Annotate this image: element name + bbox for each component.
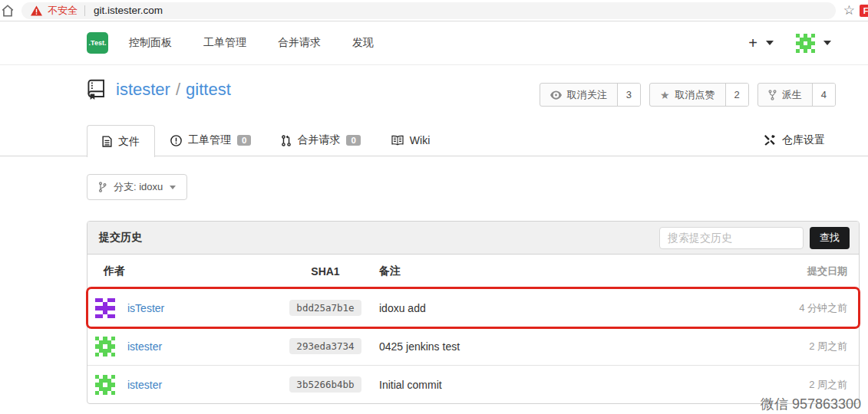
branch-caret-icon — [170, 186, 176, 189]
tab-issues-label: 工单管理 — [188, 133, 231, 147]
branch-selector[interactable]: 分支: idoxu — [87, 174, 187, 200]
forks-count[interactable]: 4 — [812, 84, 835, 106]
repo-actions: 取消关注 3 ★ 取消点赞 2 派生 4 — [540, 83, 836, 107]
commit-date: 2 周之前 — [721, 340, 859, 353]
wiki-book-icon — [391, 135, 404, 146]
tab-files[interactable]: 文件 — [87, 125, 155, 157]
nav-item-dashboard[interactable]: 控制面板 — [129, 36, 172, 50]
column-author: 作者 — [87, 264, 279, 278]
repo-separator: / — [176, 80, 180, 99]
repo-settings-label: 仓库设置 — [782, 133, 825, 147]
screen: 不安全 git.istester.com ☆ F .Test. 控制面板 工单管… — [0, 0, 868, 414]
unwatch-label: 取消关注 — [567, 88, 607, 102]
commit-message: 0425 jenkins test — [371, 340, 721, 353]
file-icon — [102, 136, 112, 147]
identicon-avatar-purple — [95, 298, 115, 318]
user-menu-caret-icon[interactable] — [823, 41, 831, 45]
identicon-avatar-green — [95, 337, 115, 356]
commit-history-title: 提交历史 — [99, 231, 142, 245]
unwatch-button-group: 取消关注 3 — [540, 83, 641, 107]
repo-header: istester/gittest — [87, 79, 231, 100]
omnibox-divider — [84, 5, 85, 16]
repo-settings-button[interactable]: 仓库设置 — [764, 125, 825, 156]
repo-tabstrip: 文件 工单管理 0 合并请求 0 Wiki 仓库设置 — [0, 125, 868, 156]
tab-wiki-label: Wiki — [410, 134, 430, 146]
tab-pull-requests-label: 合并请求 — [297, 133, 340, 147]
tab-wiki[interactable]: Wiki — [376, 125, 445, 156]
column-sha1: SHA1 — [279, 265, 371, 278]
watchers-count[interactable]: 3 — [617, 84, 640, 106]
column-date: 提交日期 — [721, 264, 859, 278]
column-message: 备注 — [371, 264, 721, 278]
nav-menu: 控制面板 工单管理 合并请求 发现 — [129, 36, 374, 50]
fork-icon — [768, 90, 777, 100]
home-icon[interactable] — [1, 4, 15, 18]
commit-message: idoxu add — [371, 302, 721, 314]
create-new-button[interactable]: + — [748, 35, 757, 51]
site-logo[interactable]: .Test. — [87, 32, 108, 54]
commit-row[interactable]: istester 3b5266b4bb Initial commit 2 周之前 — [87, 365, 859, 403]
commit-search-input[interactable] — [659, 227, 804, 249]
commit-search-button[interactable]: 查找 — [810, 227, 850, 249]
url-bar[interactable]: 不安全 git.istester.com — [21, 2, 836, 19]
commit-table-header: 作者 SHA1 备注 提交日期 — [87, 255, 859, 288]
issue-icon — [170, 135, 182, 146]
unstar-button-group: ★ 取消点赞 2 — [649, 83, 749, 107]
repo-owner-link[interactable]: istester — [116, 80, 170, 99]
fork-button-group: 派生 4 — [757, 83, 836, 107]
extension-icon[interactable]: F — [860, 5, 868, 17]
user-avatar[interactable] — [796, 34, 815, 53]
bookmark-star-icon[interactable]: ☆ — [843, 4, 855, 17]
warning-triangle-icon — [31, 5, 42, 16]
tools-icon — [764, 134, 776, 146]
stars-count[interactable]: 2 — [725, 84, 748, 106]
commit-message: Initial commit — [371, 379, 721, 391]
top-navbar: .Test. 控制面板 工单管理 合并请求 发现 + — [0, 21, 868, 65]
tab-issues[interactable]: 工单管理 0 — [155, 125, 266, 156]
commit-sha-badge[interactable]: 3b5266b4bb — [289, 376, 361, 393]
nav-item-explore[interactable]: 发现 — [352, 36, 374, 50]
watermark-text: 微信 957863300 — [761, 395, 861, 413]
nav-item-pull-requests[interactable]: 合并请求 — [278, 36, 321, 50]
commit-row[interactable]: isTester bdd25a7b1e idoxu add 4 分钟之前 — [87, 288, 859, 327]
commit-history-header: 提交历史 查找 — [87, 222, 859, 255]
tab-files-label: 文件 — [118, 135, 140, 149]
eye-icon — [550, 90, 562, 100]
identicon-avatar-green — [95, 375, 115, 395]
branch-icon — [98, 182, 107, 192]
nav-item-issues[interactable]: 工单管理 — [203, 36, 246, 50]
pull-request-icon — [282, 135, 291, 146]
repository-book-icon — [87, 79, 106, 100]
repo-name-link[interactable]: gittest — [186, 80, 231, 99]
tab-pull-requests[interactable]: 合并请求 0 — [266, 125, 375, 156]
commit-sha-badge[interactable]: 293eda3734 — [289, 338, 361, 354]
commit-author-link[interactable]: isTester — [127, 302, 164, 314]
unstar-label: 取消点赞 — [675, 88, 715, 102]
commit-sha-badge[interactable]: bdd25a7b1e — [289, 300, 361, 316]
branch-selector-label: 分支: idoxu — [114, 180, 163, 194]
commit-search-controls: 查找 — [659, 227, 850, 249]
star-icon: ★ — [660, 89, 670, 101]
unstar-button[interactable]: ★ 取消点赞 — [650, 84, 725, 106]
url-text[interactable]: git.istester.com — [94, 5, 163, 16]
fork-label: 派生 — [782, 88, 802, 102]
browser-bar: 不安全 git.istester.com ☆ F — [0, 0, 868, 21]
commit-author-link[interactable]: istester — [127, 379, 162, 391]
commit-history-panel: 提交历史 查找 作者 SHA1 备注 提交日期 isTester bdd25a7… — [87, 221, 860, 404]
commit-author-link[interactable]: istester — [127, 340, 162, 353]
commit-row[interactable]: istester 293eda3734 0425 jenkins test 2 … — [87, 327, 859, 365]
issues-count-badge: 0 — [237, 135, 251, 146]
commit-date: 2 周之前 — [721, 378, 859, 392]
nav-right: + — [748, 34, 868, 53]
commit-date: 4 分钟之前 — [721, 301, 859, 315]
security-warning-label[interactable]: 不安全 — [48, 4, 78, 18]
fork-button[interactable]: 派生 — [758, 84, 812, 106]
create-new-caret-icon[interactable] — [766, 41, 774, 45]
pull-requests-count-badge: 0 — [346, 135, 360, 146]
unwatch-button[interactable]: 取消关注 — [540, 84, 617, 106]
